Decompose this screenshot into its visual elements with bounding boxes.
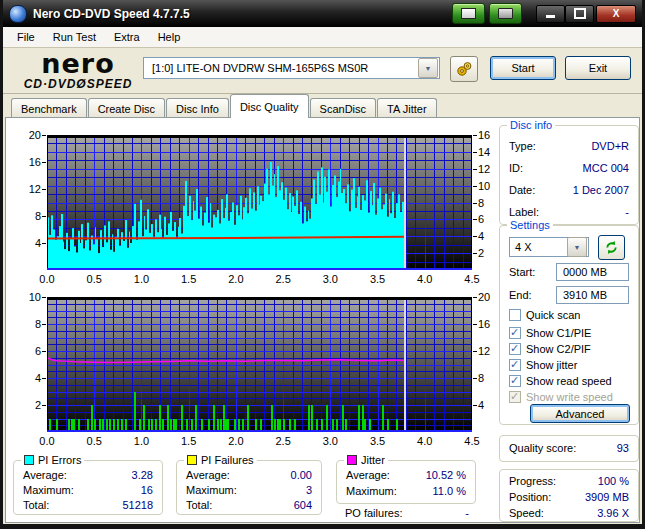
axis-tick-label: 20 — [15, 129, 41, 141]
checkbox-icon — [509, 327, 521, 339]
axis-tick-label: 1.0 — [129, 273, 153, 285]
pi-errors-swatch — [24, 455, 34, 465]
pi-failures-swatch — [187, 455, 197, 465]
axis-tick-label: 12 — [15, 183, 41, 195]
minimize-icon — [546, 15, 555, 18]
exit-button[interactable]: Exit — [565, 56, 631, 80]
stat-value: 3 — [306, 484, 312, 496]
progress-value: 100 % — [598, 475, 629, 487]
axis-tick-label: 4 — [15, 372, 41, 384]
pi-failures-jitter-chart — [47, 297, 472, 432]
pi-failures-stats-box: PI Failures Average:0.00 Maximum:3 Total… — [176, 460, 322, 515]
axis-tick — [473, 236, 477, 237]
checkbox-icon — [509, 309, 521, 321]
jitter-stats-box: Jitter Average:10.52 % Maximum:11.0 % — [336, 460, 476, 504]
advanced-button[interactable]: Advanced — [530, 404, 630, 423]
menu-help[interactable]: Help — [150, 29, 189, 45]
chevron-down-icon[interactable]: ▼ — [418, 58, 438, 78]
stat-label: Total: — [186, 499, 212, 511]
checkbox-show-read-speed[interactable]: Show read speed — [509, 374, 612, 388]
pi-errors-title: PI Errors — [38, 454, 81, 466]
scan-speed-dropdown[interactable]: 4 X ▼ — [509, 237, 589, 257]
capture-window-button[interactable] — [452, 3, 485, 24]
start-mb-input[interactable] — [556, 263, 629, 281]
axis-tick — [42, 324, 46, 325]
disc-quality-page: 481216202468101214160.00.51.01.52.02.53.… — [5, 117, 640, 523]
disc-label-value: - — [625, 206, 629, 218]
axis-tick — [473, 203, 477, 204]
app-icon — [9, 5, 27, 23]
axis-tick-label: 2.0 — [224, 435, 248, 447]
options-button[interactable] — [450, 56, 478, 82]
stat-value: 10.52 % — [426, 469, 466, 481]
tab-ta-jitter[interactable]: TA Jitter — [377, 98, 437, 118]
end-mb-label: End: — [509, 289, 532, 301]
stat-value: 51218 — [122, 499, 153, 511]
checkbox-quick-scan[interactable]: Quick scan — [509, 308, 580, 322]
window-title: Nero CD-DVD Speed 4.7.7.5 — [33, 7, 448, 21]
tab-strip: Benchmark Create Disc Disc Info Disc Qua… — [3, 94, 642, 118]
progress-label: Progress: — [509, 475, 556, 487]
axis-tick — [473, 297, 477, 298]
axis-tick-label: 0.5 — [82, 273, 106, 285]
po-failures-row: PO failures: - — [345, 507, 469, 519]
start-mb-label: Start: — [509, 266, 535, 278]
axis-tick-label: 16 — [15, 156, 41, 168]
menu-extra[interactable]: Extra — [106, 29, 148, 45]
checkbox-show-c1-pie[interactable]: Show C1/PIE — [509, 326, 591, 340]
stat-label: Average: — [186, 469, 230, 481]
close-button[interactable]: X — [596, 5, 636, 23]
save-results-button[interactable] — [489, 3, 522, 24]
tab-create-disc[interactable]: Create Disc — [88, 98, 165, 118]
refresh-button[interactable] — [598, 235, 625, 260]
menu-run-test[interactable]: Run Test — [45, 29, 104, 45]
pi-failures-title: PI Failures — [201, 454, 254, 466]
tab-scandisc[interactable]: ScanDisc — [310, 98, 376, 118]
axis-tick — [42, 378, 46, 379]
axis-tick — [473, 135, 477, 136]
gears-icon — [455, 60, 473, 78]
disc-type-label: Type: — [509, 140, 536, 152]
axis-tick-label: 10 — [15, 291, 41, 303]
po-failures-value: - — [465, 507, 469, 519]
drive-select-dropdown[interactable]: [1:0] LITE-ON DVDRW SHM-165P6S MS0R ▼ — [143, 57, 440, 79]
checkbox-icon — [509, 391, 521, 403]
scan-speed-value: 4 X — [510, 241, 566, 253]
tab-benchmark[interactable]: Benchmark — [11, 98, 87, 118]
toolbar: nero CD·DVDØSPEED [1:0] LITE-ON DVDRW SH… — [3, 48, 642, 94]
save-disk-icon — [498, 8, 513, 19]
axis-tick-label: 8 — [15, 210, 41, 222]
end-mb-input[interactable] — [556, 286, 629, 304]
axis-tick-label: 0.0 — [35, 435, 59, 447]
maximize-button[interactable] — [565, 5, 594, 23]
po-failures-label: PO failures: — [345, 507, 402, 519]
checkbox-show-c2-pif[interactable]: Show C2/PIF — [509, 342, 591, 356]
checkbox-show-jitter[interactable]: Show jitter — [509, 358, 577, 372]
checkbox-icon — [509, 343, 521, 355]
minimize-button[interactable] — [536, 5, 565, 23]
tab-disc-quality[interactable]: Disc Quality — [230, 94, 309, 118]
close-icon: X — [613, 8, 620, 19]
axis-tick-label: 1.5 — [177, 435, 201, 447]
quality-score-value: 93 — [617, 442, 629, 454]
axis-tick-label: 4.0 — [413, 273, 437, 285]
stat-value: 0.00 — [291, 469, 312, 481]
axis-tick-label: 4.0 — [413, 435, 437, 447]
axis-tick-label: 3.5 — [366, 273, 390, 285]
stat-label: Average: — [23, 469, 67, 481]
start-button[interactable]: Start — [490, 56, 556, 80]
stat-label: Maximum: — [186, 484, 237, 496]
checkbox-icon — [509, 359, 521, 371]
axis-tick-label: 2.0 — [224, 273, 248, 285]
drive-name: [1:0] LITE-ON DVDRW SHM-165P6S MS0R — [144, 62, 417, 74]
axis-tick-label: 8 — [15, 318, 41, 330]
tab-disc-info[interactable]: Disc Info — [166, 98, 229, 118]
disc-id-label: ID: — [509, 162, 523, 174]
axis-tick — [42, 216, 46, 217]
axis-tick-label: 2.5 — [271, 435, 295, 447]
chevron-down-icon[interactable]: ▼ — [567, 237, 587, 257]
axis-tick-label: 3.5 — [366, 435, 390, 447]
menu-file[interactable]: File — [9, 29, 43, 45]
title-bar[interactable]: Nero CD-DVD Speed 4.7.7.5 X — [3, 0, 642, 27]
axis-tick-label: 4 — [15, 237, 41, 249]
